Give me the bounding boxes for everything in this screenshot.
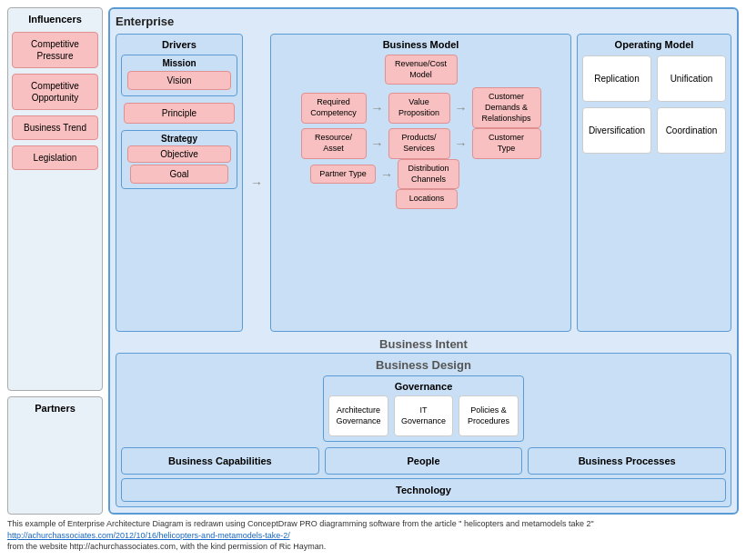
bm-distribution: DistributionChannels — [398, 159, 459, 189]
inf-item-legislation: Legislation — [12, 145, 98, 170]
vision-box: Vision — [127, 71, 231, 90]
bm-customer-demands: CustomerDemands &Relationships — [472, 87, 541, 128]
drivers-title: Drivers — [121, 39, 237, 50]
arrow1: → — [369, 101, 386, 115]
bm-revenue-cost: Revenue/CostModel — [385, 55, 458, 85]
bm-value-prop: ValueProposition — [388, 93, 450, 123]
footer: This example of Enterprise Architecture … — [7, 518, 739, 553]
bm-products-services: Products/Services — [388, 128, 450, 158]
business-intent-row: Drivers Mission Vision Principle Strateg… — [116, 34, 731, 332]
main-wrapper: Influencers CompetitivePressure Competit… — [0, 0, 746, 560]
bm-layout: Revenue/CostModel RequiredCompetency → V… — [276, 55, 566, 342]
technology-bar: Technology — [121, 478, 726, 502]
om-unification: Unification — [657, 55, 726, 102]
om-diversification: Diversification — [582, 107, 651, 154]
gov-architecture: ArchitectureGovernance — [328, 395, 388, 436]
left-panel: Influencers CompetitivePressure Competit… — [7, 7, 103, 515]
bm-required-competency: RequiredCompetency — [301, 93, 367, 123]
arrow5: → — [378, 167, 395, 182]
inf-item-business-trend: Business Trend — [12, 115, 98, 140]
bd-inner: Governance ArchitectureGovernance IT Gov… — [121, 375, 726, 502]
drivers-to-bm-arrow: → — [248, 34, 265, 332]
governance-box: Governance ArchitectureGovernance IT Gov… — [323, 375, 523, 442]
inf-item-competitive-opportunity: CompetitiveOpportunity — [12, 74, 98, 110]
mission-box: Mission Vision — [121, 55, 237, 96]
influencers-box: Influencers CompetitivePressure Competit… — [7, 7, 103, 391]
bm-row4: Locations — [276, 189, 566, 209]
objective-box: Objective — [127, 145, 231, 163]
gov-it: IT Governance — [394, 395, 453, 436]
influencers-title: Influencers — [12, 14, 98, 25]
bm-partner-type: Partner Type — [310, 165, 376, 185]
business-processes: Business Processes — [528, 447, 726, 475]
business-design-box: Business Design Governance ArchitectureG… — [116, 353, 731, 507]
strategy-label: Strategy — [125, 134, 234, 144]
bm-customer-type: CustomerType — [472, 128, 541, 158]
diagram-area: Influencers CompetitivePressure Competit… — [7, 7, 739, 515]
footer-text1: This example of Enterprise Architecture … — [7, 519, 594, 528]
om-title: Operating Model — [582, 39, 726, 50]
business-capabilities: Business Capabilities — [121, 447, 319, 475]
partners-title: Partners — [35, 403, 76, 414]
bm-row2: Resource/Asset → Products/Services → Cus… — [276, 128, 566, 158]
bm-resource-asset: Resource/Asset — [301, 128, 367, 158]
right-panel: Enterprise Drivers Mission Vision Princi… — [108, 7, 739, 515]
operating-model-column: Operating Model Replication Unification … — [577, 34, 731, 332]
drivers-column: Drivers Mission Vision Principle Strateg… — [116, 34, 243, 332]
bm-title: Business Model — [276, 39, 566, 50]
bm-row3: Partner Type → DistributionChannels — [276, 159, 566, 189]
arrow2: → — [453, 101, 469, 115]
principle-box: Principle — [124, 103, 235, 124]
inf-item-competitive-pressure: CompetitivePressure — [12, 32, 98, 68]
footer-text2: from the website http://achurchassociate… — [7, 542, 326, 551]
people: People — [325, 447, 523, 475]
enterprise-title: Enterprise — [116, 15, 731, 28]
mission-label: Mission — [125, 58, 234, 68]
arrow4: → — [453, 136, 469, 151]
om-grid: Replication Unification Diversification … — [582, 55, 726, 154]
om-coordination: Coordination — [657, 107, 726, 154]
bd-title: Business Design — [121, 358, 726, 372]
governance-title: Governance — [328, 381, 518, 392]
business-model-column: Business Model Revenue/CostModel Require… — [270, 34, 571, 332]
om-replication: Replication — [582, 55, 651, 102]
footer-link[interactable]: http://achurchassociates.com/2012/10/16/… — [7, 531, 290, 540]
arrow3: → — [369, 136, 386, 151]
partners-box: Partners — [7, 396, 103, 515]
bottom-section: Business Capabilities People Business Pr… — [121, 442, 726, 502]
governance-grid: ArchitectureGovernance IT Governance Pol… — [328, 395, 518, 436]
enterprise-box: Enterprise Drivers Mission Vision Princi… — [108, 7, 739, 515]
governance-area: Governance ArchitectureGovernance IT Gov… — [121, 375, 726, 442]
bm-row1: RequiredCompetency → ValueProposition → … — [276, 87, 566, 128]
goal-box: Goal — [130, 165, 228, 184]
gov-policies: Policies &Procedures — [459, 395, 518, 436]
strategy-section: Strategy Objective Goal — [121, 130, 237, 189]
bm-locations: Locations — [396, 189, 458, 209]
bottom-caps-row: Business Capabilities People Business Pr… — [121, 447, 726, 475]
